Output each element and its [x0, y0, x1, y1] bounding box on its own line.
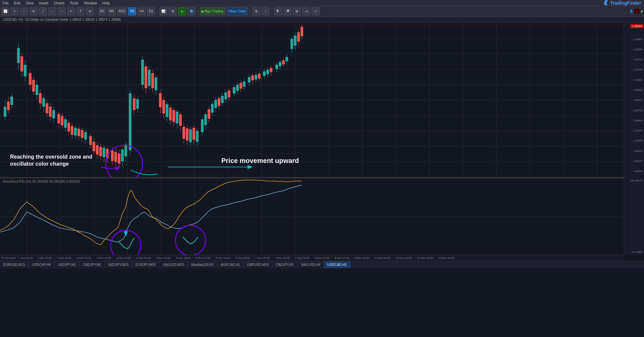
tab-gbpusd-m15[interactable]: GBPUSD,M15: [244, 261, 272, 269]
price-tick-13: 1.38125: [626, 160, 643, 163]
toolbar-net-pos[interactable]: ⇅: [252, 7, 260, 15]
tab-nasdaq100-h1[interactable]: Nasdaq100,H1: [188, 261, 217, 269]
toolbar-zoom-out[interactable]: −: [20, 7, 28, 15]
toolbar-green-btn[interactable]: ◈: [178, 7, 186, 15]
menu-item-view[interactable]: View: [26, 1, 34, 5]
toolbar-chart-type[interactable]: 📊: [159, 7, 167, 15]
tf-h1[interactable]: H1: [128, 7, 136, 15]
toolbar-sep-4: [250, 8, 250, 15]
time-tick-14: 7 Nov 10:00: [272, 257, 292, 260]
toolbar-line[interactable]: ╱: [39, 7, 47, 15]
algo-trading-button[interactable]: ▶ Algo Trading: [200, 7, 225, 15]
tab-cadjpy-m1[interactable]: CADJPY,M1: [79, 261, 105, 269]
toolbar-sep-3: [198, 8, 198, 15]
chart-area[interactable]: Reaching the oversold zone and oscillato…: [0, 23, 644, 337]
svg-rect-62: [81, 130, 84, 138]
svg-rect-154: [248, 77, 251, 82]
menu-item-edit[interactable]: Edit: [14, 1, 20, 5]
svg-rect-138: [218, 98, 220, 106]
tab-eurusd-m15[interactable]: EURUSD,M15: [0, 261, 29, 269]
svg-rect-34: [32, 80, 35, 92]
toolbar-grid[interactable]: ⊞: [293, 7, 301, 15]
toolbar-zoom-chart-out[interactable]: 🔎: [283, 7, 291, 15]
toolbar-sep-5: [272, 8, 272, 15]
svg-rect-74: [103, 148, 105, 157]
toolbar-autoscroll[interactable]: ⤢: [312, 7, 320, 15]
tab-usdjpy-h1[interactable]: USDJPY,H1: [55, 261, 80, 269]
toolbar-zoom-in[interactable]: +: [11, 7, 19, 15]
menu-item-file[interactable]: File: [3, 1, 9, 5]
tab-eurjpy-m15[interactable]: EURJPY,M15: [132, 261, 159, 269]
svg-rect-70: [96, 145, 99, 155]
time-tick-7: 5 Nov 02:00: [133, 257, 153, 260]
tf-h4[interactable]: H4: [138, 7, 146, 15]
svg-rect-146: [233, 87, 235, 94]
time-tick-17: 8 Nov 10:00: [332, 257, 352, 260]
svg-rect-24: [10, 97, 13, 105]
toolbar-zoom-chart-in[interactable]: 🔍: [274, 7, 282, 15]
tab-xauusd-m15[interactable]: XAUUSD,M15: [159, 261, 188, 269]
svg-rect-118: [182, 127, 185, 139]
toolbar-pencil[interactable]: ✏: [67, 7, 75, 15]
tab-usdchf-h4[interactable]: USDCHF,H4: [29, 261, 54, 269]
svg-rect-40: [42, 98, 45, 107]
current-price-badge: 1.39660: [630, 24, 643, 28]
time-tick-6: 4 Nov 18:00: [114, 257, 133, 260]
svg-rect-66: [89, 136, 92, 145]
tab-nzdjpy-m15[interactable]: NZDJPY,M15: [105, 261, 132, 269]
menu-item-insert[interactable]: Insert: [39, 1, 48, 5]
toolbar-scroll-end[interactable]: ⇥: [302, 7, 310, 15]
tf-m1[interactable]: M1: [98, 7, 106, 15]
time-tick-8: 5 Nov 10:00: [154, 257, 173, 260]
svg-rect-94: [141, 60, 144, 85]
svg-rect-106: [162, 100, 165, 113]
menu-bar: File Edit View Insert Charts Tools Windo…: [0, 0, 644, 6]
new-order-button[interactable]: + New Order: [226, 7, 248, 15]
toolbar-text[interactable]: T: [76, 7, 85, 15]
tab-cadjpy-h1[interactable]: CADJPY,H1: [272, 261, 298, 269]
price-tick-12: 1.38240: [626, 150, 643, 153]
svg-rect-32: [29, 73, 32, 85]
price-tick-2: 1.39390: [626, 48, 643, 51]
time-tick-18: 8 Nov 18:00: [352, 257, 372, 260]
svg-rect-152: [243, 81, 246, 87]
time-tick-11: 6 Nov 10:00: [213, 257, 233, 260]
tf-d1[interactable]: D1: [147, 7, 155, 15]
toolbar-arrow[interactable]: →: [48, 7, 56, 15]
svg-rect-128: [201, 119, 204, 132]
svg-rect-46: [52, 110, 55, 118]
tf-m15[interactable]: M15: [117, 7, 127, 15]
price-tick-6: 1.38930: [626, 89, 643, 92]
toolbar-new-chart[interactable]: ⬜: [1, 7, 9, 15]
price-tick-10: 1.38470: [626, 129, 643, 132]
svg-rect-130: [204, 114, 207, 125]
menu-item-charts[interactable]: Charts: [54, 1, 64, 5]
menu-item-tools[interactable]: Tools: [70, 1, 78, 5]
time-tick-3: 1 Nov 18:00: [54, 257, 74, 260]
tab-xagusd-h4[interactable]: XAGUSD,H4: [298, 261, 324, 269]
time-tick-0: 31 Oct 2024: [0, 257, 17, 260]
tab-audcad-h1[interactable]: AUDCAD,H1: [217, 261, 244, 269]
rsi-tick-high: 106.30219: [626, 179, 643, 182]
time-tick-5: 4 Nov 10:00: [94, 257, 114, 260]
menu-item-help[interactable]: Help: [102, 1, 110, 5]
svg-rect-158: [255, 75, 257, 79]
connection-status: ●: [635, 9, 639, 13]
svg-rect-122: [189, 129, 192, 142]
svg-rect-54: [67, 123, 70, 131]
svg-rect-52: [64, 119, 67, 128]
time-tick-20: 11 Nov 10:00: [393, 257, 415, 260]
toolbar-indicator[interactable]: 🔷: [187, 7, 196, 15]
svg-rect-78: [111, 150, 114, 161]
tab-usdcad-h1-active[interactable]: USDCAD,H1: [324, 261, 351, 269]
svg-rect-50: [61, 116, 63, 125]
price-tick-14: 1.38010: [626, 170, 643, 173]
toolbar-trade[interactable]: ↕: [262, 7, 270, 15]
toolbar-fib[interactable]: ≋: [86, 7, 94, 15]
toolbar-crosshair[interactable]: ✛: [30, 7, 38, 15]
svg-rect-28: [20, 56, 23, 71]
toolbar-h-line[interactable]: ─: [58, 7, 66, 15]
tf-m5[interactable]: M5: [108, 7, 116, 15]
toolbar-chart-prop[interactable]: ⚙: [169, 7, 177, 15]
menu-item-window[interactable]: Window: [84, 1, 97, 5]
